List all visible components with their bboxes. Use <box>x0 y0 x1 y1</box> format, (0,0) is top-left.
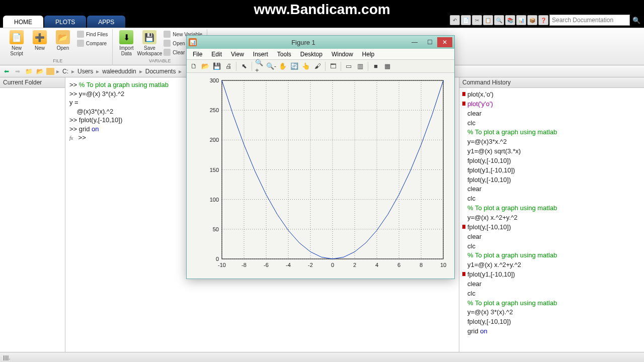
command-history-header: Command History <box>459 77 644 88</box>
history-row[interactable]: fplot(y,[-10,10]) <box>462 156 641 166</box>
history-row[interactable]: % To plot a graph using matlab <box>462 251 641 260</box>
crumb-users[interactable]: Users <box>76 68 94 75</box>
qat-btn-2[interactable]: ✂ <box>472 15 482 25</box>
figure-menu-desktop[interactable]: Desktop <box>296 50 327 59</box>
figure-menu-tools[interactable]: Tools <box>273 50 295 59</box>
open-button[interactable]: 📂Open <box>52 29 73 51</box>
history-row[interactable]: clear <box>462 185 641 194</box>
toolbar-separator <box>236 62 236 71</box>
history-row[interactable]: clc <box>462 289 641 299</box>
history-row[interactable]: % To plot a graph using matlab <box>462 299 641 308</box>
history-row[interactable]: fplot(y,[-10,10]) <box>462 223 641 232</box>
history-row[interactable]: % To plot a graph using matlab <box>462 128 641 137</box>
history-row[interactable]: y1=@(x) x.^2+y.^2 <box>462 260 641 270</box>
figure-tool-button[interactable]: 🗋 <box>189 61 199 71</box>
qat-btn-0[interactable]: ↶ <box>450 15 460 25</box>
figure-window[interactable]: 📊 Figure 1 — ☐ ✕ FileEditViewInsertTools… <box>186 35 455 279</box>
maximize-button[interactable]: ☐ <box>422 37 437 47</box>
qat-btn-6[interactable]: 📊 <box>516 15 526 25</box>
history-row[interactable]: clear <box>462 280 641 289</box>
figure-toolbar: 🗋📂💾🖨⬉🔍+🔍-✋🔄👆🖌🗔▭▥■▦ <box>187 60 454 73</box>
history-row[interactable]: y1=@(x) sqrt(3.*x) <box>462 147 641 156</box>
tab-apps[interactable]: APPS <box>87 16 125 28</box>
qat-btn-4[interactable]: 🔍 <box>494 15 504 25</box>
figure-tool-button[interactable]: 💾 <box>212 61 222 71</box>
history-row[interactable]: grid on <box>462 327 641 336</box>
history-row[interactable]: clc <box>462 194 641 204</box>
nav-up-icon[interactable]: 📁 <box>24 67 33 76</box>
figure-tool-button[interactable]: 🔍+ <box>255 61 265 71</box>
svg-text:50: 50 <box>213 226 219 232</box>
figure-tool-button[interactable]: 🖌 <box>312 61 323 71</box>
figure-menu-edit[interactable]: Edit <box>207 50 226 59</box>
figure-tool-button[interactable]: ✋ <box>278 61 288 71</box>
find-files-button[interactable]: Find Files <box>75 30 109 38</box>
qat-btn-5[interactable]: 📚 <box>505 15 515 25</box>
figure-menu-help[interactable]: Help <box>358 50 379 59</box>
minimize-button[interactable]: — <box>407 37 422 47</box>
search-input[interactable] <box>549 15 630 26</box>
figure-menu-insert[interactable]: Insert <box>249 50 272 59</box>
toolbar-separator <box>325 62 326 71</box>
history-row[interactable]: fplot(y1,[-10,10]) <box>462 270 641 280</box>
svg-text:-10: -10 <box>218 262 226 268</box>
new-script-button[interactable]: 📄New Script <box>6 29 27 56</box>
history-row[interactable]: y=@(x) 3*(x).^2 <box>462 308 641 317</box>
figure-tool-button[interactable]: ▦ <box>382 61 392 71</box>
crumb-drive[interactable]: C: <box>61 68 69 75</box>
figure-tool-button[interactable]: 🔄 <box>289 61 299 71</box>
svg-text:0: 0 <box>216 256 219 262</box>
figure-menu-window[interactable]: Window <box>328 50 357 59</box>
nav-fwd-icon[interactable]: ➡ <box>13 67 22 76</box>
figure-tool-button[interactable]: ▥ <box>355 61 365 71</box>
history-row[interactable]: clear <box>462 232 641 242</box>
close-button[interactable]: ✕ <box>437 37 452 47</box>
history-row[interactable]: % To plot a graph using matlab <box>462 204 641 213</box>
new-button[interactable]: ➕New <box>29 29 50 51</box>
history-row[interactable]: plot(x,'o') <box>462 90 641 100</box>
svg-text:2: 2 <box>353 262 356 268</box>
figure-canvas: -10-8-6-4-20246810050100150200250300 <box>187 73 454 279</box>
history-row[interactable]: fplot(y,[-10,10]) <box>462 317 641 327</box>
qat-btn-7[interactable]: 📦 <box>527 15 537 25</box>
save-workspace-button[interactable]: 💾Save Workspace <box>139 29 160 56</box>
toolbar-separator <box>252 62 252 71</box>
tab-home[interactable]: HOME <box>3 16 43 28</box>
current-folder-panel: Current Folder <box>0 77 65 352</box>
history-row[interactable]: clear <box>462 109 641 119</box>
figure-tool-button[interactable]: ▭ <box>344 61 354 71</box>
figure-tool-button[interactable]: ■ <box>371 61 381 71</box>
figure-tool-button[interactable]: 🔍- <box>266 61 276 71</box>
figure-tool-button[interactable]: 🗔 <box>328 61 338 71</box>
figure-titlebar[interactable]: 📊 Figure 1 — ☐ ✕ <box>187 36 454 49</box>
history-row[interactable]: fplot(y,[-10,10]) <box>462 175 641 185</box>
history-row[interactable]: clc <box>462 119 641 128</box>
import-data-button[interactable]: ⬇Import Data <box>116 29 137 56</box>
history-row[interactable]: y=@(x) x.^2+y.^2 <box>462 213 641 223</box>
figure-menu-view[interactable]: View <box>227 50 248 59</box>
nav-back-icon[interactable]: ⬅ <box>2 67 11 76</box>
history-row[interactable]: y=@(x)3*x.^2 <box>462 137 641 147</box>
figure-title: Figure 1 <box>200 39 407 46</box>
history-row[interactable]: plot('y'o') <box>462 100 641 109</box>
nav-browse-icon[interactable]: 📂 <box>35 67 44 76</box>
figure-tool-button[interactable]: 🖨 <box>223 61 233 71</box>
history-row[interactable]: fplot(y1,[-10,10]) <box>462 166 641 175</box>
qat-btn-3[interactable]: 📋 <box>483 15 493 25</box>
history-row[interactable]: clc <box>462 242 641 251</box>
svg-text:150: 150 <box>210 167 219 173</box>
crumb-user[interactable]: waleeduddin <box>101 68 137 75</box>
tab-plots[interactable]: PLOTS <box>44 16 86 28</box>
compare-button[interactable]: Compare <box>75 39 109 47</box>
figure-tool-button[interactable]: ⬉ <box>239 61 249 71</box>
svg-text:300: 300 <box>210 77 219 83</box>
figure-tool-button[interactable]: 👆 <box>301 61 311 71</box>
search-icon[interactable]: 🔍 <box>631 15 642 26</box>
crumb-docs[interactable]: Documents <box>144 68 177 75</box>
qat-btn-8[interactable]: ❓ <box>538 15 548 25</box>
svg-text:0: 0 <box>331 262 334 268</box>
figure-menu-file[interactable]: File <box>189 50 206 59</box>
figure-tool-button[interactable]: 📂 <box>200 61 210 71</box>
qat-btn-1[interactable]: 📄 <box>461 15 471 25</box>
svg-text:200: 200 <box>210 137 219 143</box>
